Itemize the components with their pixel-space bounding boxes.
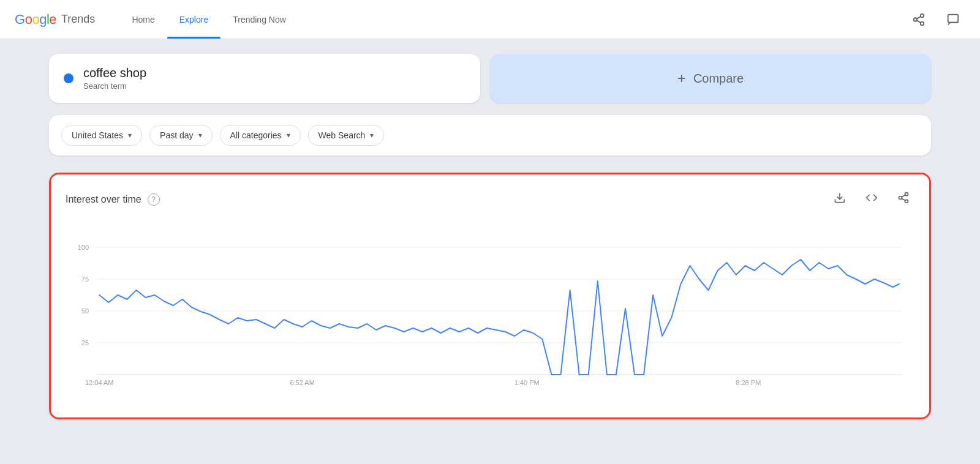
filter-row: United States ▾ Past day ▾ All categorie… (49, 115, 931, 155)
time-filter[interactable]: Past day ▾ (149, 125, 212, 146)
svg-point-9 (905, 200, 908, 203)
time-chevron-icon: ▾ (198, 131, 202, 140)
search-type-filter[interactable]: Web Search ▾ (308, 125, 385, 146)
category-chevron-icon: ▾ (287, 131, 290, 140)
search-term-card[interactable]: coffee shop Search term (49, 54, 480, 103)
chat-icon (946, 13, 960, 26)
search-type-chevron-icon: ▾ (370, 131, 374, 140)
time-label: Past day (160, 130, 193, 140)
y-label-50: 50 (81, 307, 89, 315)
svg-rect-5 (948, 14, 959, 22)
x-label-3: 8:28 PM (736, 379, 761, 386)
chart-help-icon[interactable]: ? (148, 193, 160, 206)
chart-title: Interest over time (66, 194, 141, 205)
trend-chart-svg: 100 75 50 25 12:04 AM 6:52 AM 1:40 PM 8:… (66, 229, 914, 400)
nav-home[interactable]: Home (119, 0, 167, 39)
region-filter[interactable]: United States ▾ (61, 125, 142, 146)
header: Google Trends Home Explore Trending Now (0, 0, 980, 39)
search-term-type: Search term (83, 81, 146, 91)
feedback-icon-btn[interactable] (941, 7, 965, 32)
main-content: coffee shop Search term + Compare United… (0, 39, 980, 434)
embed-icon (865, 192, 878, 204)
header-actions (907, 7, 965, 32)
y-label-100: 100 (78, 244, 89, 251)
svg-point-0 (921, 13, 924, 17)
x-label-1: 6:52 AM (290, 379, 315, 386)
region-chevron-icon: ▾ (128, 131, 132, 140)
search-row: coffee shop Search term + Compare (49, 54, 931, 103)
x-label-start: 12:04 AM (85, 379, 114, 386)
embed-button[interactable] (861, 189, 883, 209)
chart-header: Interest over time ? (66, 189, 914, 209)
svg-line-3 (917, 20, 921, 23)
search-dot (64, 73, 74, 83)
google-wordmark: Google (15, 12, 56, 28)
region-label: United States (72, 130, 123, 140)
search-term-value: coffee shop (83, 66, 146, 80)
chart-area: 100 75 50 25 12:04 AM 6:52 AM 1:40 PM 8:… (66, 229, 914, 403)
main-nav: Home Explore Trending Now (119, 0, 298, 39)
compare-label: Compare (693, 72, 744, 86)
nav-trending-now[interactable]: Trending Now (221, 0, 298, 39)
logo: Google Trends (15, 12, 95, 28)
download-icon (834, 192, 846, 204)
nav-explore[interactable]: Explore (167, 0, 221, 39)
y-label-25: 25 (81, 339, 89, 346)
share-icon (912, 13, 925, 26)
y-label-75: 75 (81, 275, 89, 283)
svg-point-2 (921, 21, 924, 24)
svg-point-8 (899, 196, 902, 200)
search-type-label: Web Search (318, 130, 366, 140)
search-text: coffee shop Search term (83, 66, 146, 91)
compare-plus-icon: + (677, 70, 686, 87)
chart-share-icon (897, 192, 910, 204)
trend-line (99, 260, 899, 375)
category-filter[interactable]: All categories ▾ (220, 125, 301, 146)
trends-wordmark: Trends (61, 13, 95, 26)
svg-point-7 (905, 193, 908, 196)
svg-point-1 (914, 18, 918, 21)
x-label-2: 1:40 PM (514, 379, 540, 386)
chart-actions (829, 189, 914, 209)
svg-line-4 (917, 16, 921, 18)
chart-card: Interest over time ? (49, 173, 931, 419)
compare-card[interactable]: + Compare (490, 54, 931, 103)
svg-line-10 (902, 198, 905, 200)
svg-line-11 (902, 195, 905, 196)
chart-share-button[interactable] (892, 189, 914, 209)
share-icon-btn[interactable] (907, 7, 931, 32)
category-label: All categories (230, 130, 282, 140)
download-button[interactable] (829, 189, 851, 209)
chart-title-row: Interest over time ? (66, 193, 160, 206)
